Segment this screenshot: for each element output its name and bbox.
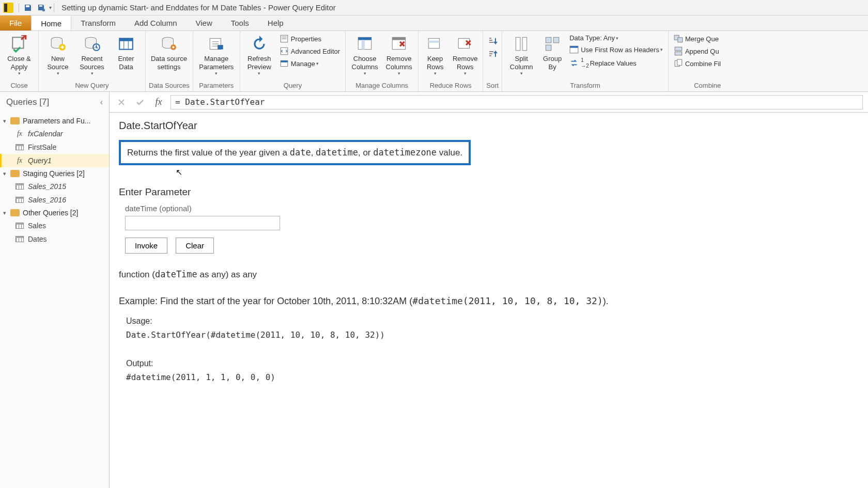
dropdown-caret-icon: ▾ xyxy=(434,71,437,76)
formula-cancel-icon[interactable] xyxy=(115,96,128,109)
table-icon xyxy=(14,183,25,190)
dropdown-caret-icon: ▾ xyxy=(616,36,618,41)
first-row-headers-button[interactable]: Use First Row as Headers ▾ xyxy=(567,44,665,55)
ribbon-group-sort-label: Sort xyxy=(486,81,499,91)
tree-item-sales2015-label: Sales_2015 xyxy=(28,182,66,191)
collapse-sidebar-icon[interactable]: ‹ xyxy=(100,98,103,107)
sort-asc-button[interactable] xyxy=(486,35,499,48)
properties-label: Properties xyxy=(291,35,321,43)
example-code: #datetime(2011, 10, 10, 8, 10, 32) xyxy=(412,295,602,306)
tab-transform[interactable]: Transform xyxy=(71,15,125,30)
tab-home[interactable]: Home xyxy=(31,15,71,30)
merge-queries-button[interactable]: Merge Que xyxy=(672,33,723,44)
queries-sidebar: Queries [7] ‹ ▾ Parameters and Fu... fx … xyxy=(0,92,110,488)
invoke-button[interactable]: Invoke xyxy=(125,238,167,254)
param-label: dateTime (optional) xyxy=(125,204,859,213)
dropdown-caret-icon: ▾ xyxy=(57,71,59,76)
data-source-settings-button[interactable]: Data source settings xyxy=(149,33,189,71)
replace-values-button[interactable]: 1→2 Replace Values xyxy=(567,56,665,70)
tab-file[interactable]: File xyxy=(0,15,31,30)
close-apply-button[interactable]: Close & Apply ▾ xyxy=(3,33,35,76)
clear-button[interactable]: Clear xyxy=(176,238,214,254)
sig-post: as any) as any xyxy=(197,270,257,279)
ribbon-group-data-sources: Data source settings Data Sources xyxy=(146,31,193,91)
merge-queries-label: Merge Que xyxy=(685,35,719,43)
tree-group-other[interactable]: ▾ Other Queries [2] xyxy=(0,207,109,219)
svg-rect-33 xyxy=(546,37,551,43)
combine-files-icon xyxy=(674,59,683,68)
param-input-datetime[interactable] xyxy=(125,216,280,230)
save-as-icon[interactable] xyxy=(36,2,47,13)
tree-group-other-label: Other Queries [2] xyxy=(23,209,78,217)
tree-group-parameters[interactable]: ▾ Parameters and Fu... xyxy=(0,115,109,127)
ribbon-group-new-query: New Source ▾ Recent Sources ▾ Enter Data… xyxy=(39,31,146,91)
replace-values-icon xyxy=(569,58,579,68)
ribbon-group-reduce-rows: Keep Rows ▾ Remove Rows ▾ Reduce Rows xyxy=(419,31,483,91)
cursor-icon: ↖ xyxy=(176,167,868,177)
table-icon xyxy=(14,223,25,229)
data-type-label: Data Type: Any xyxy=(569,34,615,42)
recent-sources-button[interactable]: Recent Sources ▾ xyxy=(76,33,108,76)
tree-item-sales[interactable]: Sales xyxy=(0,219,109,232)
save-icon[interactable] xyxy=(22,2,34,13)
tree-item-sales2015[interactable]: Sales_2015 xyxy=(0,180,109,193)
group-by-button[interactable]: Group By xyxy=(539,33,565,71)
tab-help[interactable]: Help xyxy=(258,15,293,30)
svg-rect-28 xyxy=(428,38,439,48)
folder-icon xyxy=(10,170,20,177)
formula-bar: fx xyxy=(110,92,868,113)
tree-item-query1[interactable]: fx Query1 xyxy=(0,154,109,167)
formula-fx-icon[interactable]: fx xyxy=(152,96,165,109)
properties-button[interactable]: Properties xyxy=(277,33,342,44)
queries-header-label: Queries [7] xyxy=(6,97,49,107)
svg-rect-32 xyxy=(522,37,527,51)
combine-files-button[interactable]: Combine Fil xyxy=(672,58,723,69)
svg-rect-22 xyxy=(281,60,288,62)
dropdown-caret-icon: ▾ xyxy=(464,71,467,76)
tree-item-fxcalendar[interactable]: fx fxCalendar xyxy=(0,127,109,140)
enter-data-button[interactable]: Enter Data xyxy=(110,33,142,71)
tree-item-sales-label: Sales xyxy=(28,222,46,230)
tab-add-column[interactable]: Add Column xyxy=(125,15,187,30)
choose-columns-button[interactable]: Choose Columns ▾ xyxy=(349,33,381,76)
ribbon-group-sort: Sort xyxy=(483,31,502,91)
tree-item-fxcalendar-label: fxCalendar xyxy=(28,130,63,138)
tab-tools[interactable]: Tools xyxy=(222,15,258,30)
example-body: Usage: Date.StartOfYear(#datetime(2011, … xyxy=(126,314,859,384)
advanced-editor-button[interactable]: Advanced Editor xyxy=(277,45,342,57)
data-type-button[interactable]: Data Type: Any ▾ xyxy=(567,33,665,43)
desc-type-datetimezone: datetimezone xyxy=(373,147,437,158)
tree-item-firstsale[interactable]: FirstSale xyxy=(0,140,109,154)
append-queries-button[interactable]: Append Qu xyxy=(672,45,723,57)
remove-columns-button[interactable]: Remove Columns ▾ xyxy=(383,33,415,76)
qat-customize-icon[interactable]: ▾ xyxy=(49,5,52,10)
tab-view[interactable]: View xyxy=(187,15,222,30)
formula-input[interactable] xyxy=(171,95,863,109)
manage-button[interactable]: Manage ▾ xyxy=(277,58,342,69)
example-post: ). xyxy=(603,296,609,306)
tree-item-sales2016[interactable]: Sales_2016 xyxy=(0,193,109,207)
tree-group-staging[interactable]: ▾ Staging Queries [2] xyxy=(0,167,109,180)
ribbon-group-manage-columns: Choose Columns ▾ Remove Columns ▾ Manage… xyxy=(346,31,419,91)
manage-icon xyxy=(280,59,289,68)
folder-icon xyxy=(10,117,20,124)
ribbon-group-query: Refresh Preview ▾ Properties Advanced Ed… xyxy=(240,31,346,91)
ribbon-group-close: Close & Apply ▾ Close xyxy=(0,31,39,91)
manage-parameters-button[interactable]: Manage Parameters ▾ xyxy=(196,33,237,76)
refresh-preview-button[interactable]: Refresh Preview ▾ xyxy=(243,33,275,76)
refresh-preview-label: Refresh Preview xyxy=(247,55,271,71)
desc-type-datetime: datetime xyxy=(316,147,358,158)
keep-rows-button[interactable]: Keep Rows ▾ xyxy=(422,33,448,76)
svg-rect-24 xyxy=(358,37,371,40)
tree-item-dates[interactable]: Dates xyxy=(0,232,109,246)
ribbon: Close & Apply ▾ Close New Source ▾ Recen… xyxy=(0,31,868,92)
svg-rect-20 xyxy=(281,48,288,55)
new-source-button[interactable]: New Source ▾ xyxy=(42,33,74,76)
remove-rows-button[interactable]: Remove Rows ▾ xyxy=(451,33,479,76)
ribbon-group-parameters-label: Parameters xyxy=(196,81,237,91)
formula-accept-icon[interactable] xyxy=(133,96,147,109)
split-column-button[interactable]: Split Column ▾ xyxy=(505,33,537,76)
sort-desc-button[interactable] xyxy=(486,49,499,61)
title-bar: ▾ Setting up dynamic Start- and Enddates… xyxy=(0,0,868,15)
qat-divider-2 xyxy=(54,3,54,12)
